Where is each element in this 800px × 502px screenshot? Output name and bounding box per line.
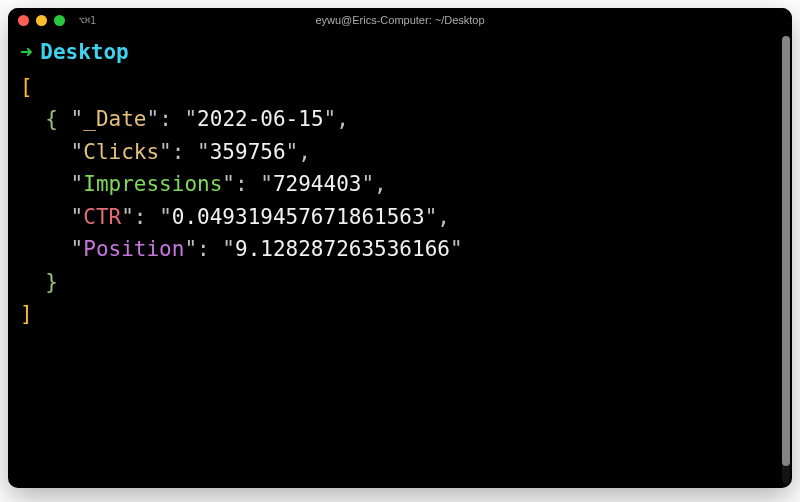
quote: ": [184, 107, 197, 131]
comma: ,: [437, 205, 450, 229]
colon: :: [172, 140, 197, 164]
zoom-window-button[interactable]: [54, 15, 65, 26]
quote: ": [159, 205, 172, 229]
json-open-brace: {: [45, 107, 58, 131]
colon: :: [235, 172, 260, 196]
json-key-date: _Date: [83, 107, 146, 131]
terminal-window: ⌥⌘1 eywu@Erics-Computer: ~/Desktop ➜ Des…: [8, 8, 792, 488]
quote: ": [184, 237, 197, 261]
quote: ": [121, 205, 134, 229]
quote: ": [71, 237, 84, 261]
colon: :: [197, 237, 222, 261]
scrollbar-thumb[interactable]: [782, 36, 790, 466]
quote: ": [159, 140, 172, 164]
quote: ": [222, 237, 235, 261]
quote: ": [260, 172, 273, 196]
json-close-brace: }: [45, 270, 58, 294]
window-title: eywu@Erics-Computer: ~/Desktop: [8, 14, 792, 26]
quote: ": [361, 172, 374, 196]
prompt-cwd: Desktop: [40, 36, 129, 69]
json-val-date: 2022-06-15: [197, 107, 323, 131]
tab-indicator: ⌥⌘1: [79, 15, 96, 26]
json-key-position: Position: [83, 237, 184, 261]
colon: :: [134, 205, 159, 229]
terminal-body[interactable]: ➜ Desktop [ { "_Date": "2022-06-15", "Cl…: [8, 32, 792, 488]
traffic-lights: [18, 15, 65, 26]
comma: ,: [298, 140, 311, 164]
quote: ": [71, 140, 84, 164]
json-open-bracket: [: [20, 75, 33, 99]
quote: ": [146, 107, 159, 131]
json-close-bracket: ]: [20, 302, 33, 326]
quote: ": [286, 140, 299, 164]
json-key-clicks: Clicks: [83, 140, 159, 164]
quote: ": [425, 205, 438, 229]
json-val-position: 9.128287263536166: [235, 237, 450, 261]
json-key-impressions: Impressions: [83, 172, 222, 196]
quote: ": [450, 237, 463, 261]
quote: ": [71, 172, 84, 196]
quote: ": [71, 107, 84, 131]
quote: ": [324, 107, 337, 131]
minimize-window-button[interactable]: [36, 15, 47, 26]
comma: ,: [336, 107, 349, 131]
json-val-ctr: 0.049319457671861563: [172, 205, 425, 229]
quote: ": [197, 140, 210, 164]
json-val-clicks: 359756: [210, 140, 286, 164]
json-output: [ { "_Date": "2022-06-15", "Clicks": "35…: [20, 71, 780, 331]
scrollbar-track[interactable]: [782, 36, 790, 484]
prompt-line: ➜ Desktop: [20, 36, 780, 69]
window-titlebar: ⌥⌘1 eywu@Erics-Computer: ~/Desktop: [8, 8, 792, 32]
quote: ": [71, 205, 84, 229]
json-val-impressions: 7294403: [273, 172, 362, 196]
comma: ,: [374, 172, 387, 196]
close-window-button[interactable]: [18, 15, 29, 26]
colon: :: [159, 107, 184, 131]
prompt-arrow-icon: ➜: [20, 36, 33, 69]
json-key-ctr: CTR: [83, 205, 121, 229]
quote: ": [222, 172, 235, 196]
